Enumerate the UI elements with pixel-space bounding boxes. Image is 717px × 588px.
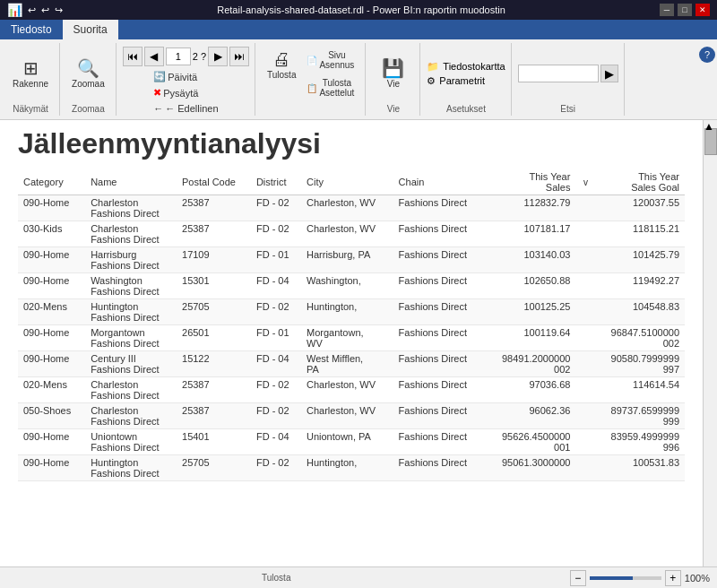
stop-button[interactable]: ✖ Pysäytä	[150, 85, 202, 100]
cell-district: FD - 02	[251, 377, 301, 403]
cell-vLabel	[575, 195, 593, 221]
search-go-button[interactable]: ▶	[600, 65, 618, 82]
page-setup-button[interactable]: 📄 SivuAsennus	[301, 47, 359, 74]
quick-access-undo[interactable]: ↩	[28, 4, 36, 16]
report-title: Jälleenmyyntianalyysi	[18, 127, 685, 160]
table-row: 020-MensHuntington Fashions Direct25705F…	[18, 299, 685, 325]
cell-postalCode: 25705	[177, 455, 251, 481]
menu-tiedosto[interactable]: Tiedosto	[0, 20, 63, 39]
cell-thisYearSales: 95626.4500000 001	[484, 429, 575, 455]
cell-postalCode: 25705	[177, 299, 251, 325]
ribbon-group-settings: 📁 Tiedostokartta ⚙ Parametrit Asetukset	[421, 43, 511, 116]
cell-chain: Fashions Direct	[393, 247, 485, 273]
rakenne-label: Rakenne	[13, 79, 48, 89]
next-page-button[interactable]: ▶	[208, 47, 228, 66]
cell-name: Morgantown Fashions Direct	[85, 325, 177, 351]
status-bar: − + 100%	[0, 566, 717, 588]
cell-name: Charleston Fashions Direct	[85, 403, 177, 429]
cell-chain: Fashions Direct	[393, 299, 485, 325]
cell-thisYearGoal: 96847.5100000 002	[593, 325, 685, 351]
cell-vLabel	[575, 429, 593, 455]
ribbon-group-nav: ⏮ ◀ 2 ? ▶ ⏭ 🔄 Päivitä ✖ Pysäytä ← ← Edel…	[117, 43, 255, 116]
prev-page-button[interactable]: ◀	[144, 47, 164, 66]
parametrit-icon: ⚙	[427, 75, 436, 87]
cell-thisYearGoal: 119492.27	[593, 273, 685, 299]
parametrit-button[interactable]: ⚙ Parametrit	[427, 75, 505, 87]
first-page-button[interactable]: ⏮	[123, 47, 143, 66]
back-label: ← Edellinen	[165, 103, 218, 114]
cell-thisYearGoal: 104548.83	[593, 299, 685, 325]
cell-thisYearSales: 100119.64	[484, 325, 575, 351]
cell-category: 090-Home	[18, 325, 85, 351]
table-row: 090-HomeCharleston Fashions Direct25387F…	[18, 195, 685, 221]
cell-category: 020-Mens	[18, 299, 85, 325]
table-row: 090-HomeUniontown Fashions Direct15401FD…	[18, 429, 685, 455]
cell-chain: Fashions Direct	[393, 273, 485, 299]
minimize-button[interactable]: ─	[660, 4, 674, 16]
cell-name: Huntington Fashions Direct	[85, 455, 177, 481]
zoom-out-button[interactable]: −	[570, 570, 586, 586]
search-input[interactable]	[518, 65, 599, 82]
help-area: ?	[699, 43, 715, 116]
last-page-button[interactable]: ⏭	[229, 47, 249, 66]
print-layout-label: TulostaAsettelut	[319, 78, 354, 98]
rakenne-button[interactable]: ⊞ Rakenne	[7, 56, 54, 92]
page-input[interactable]	[166, 48, 191, 65]
page-total: 2 ?	[193, 51, 206, 62]
cell-district: FD - 02	[251, 403, 301, 429]
export-icon: 💾	[382, 59, 404, 77]
cell-chain: Fashions Direct	[393, 429, 485, 455]
cell-district: FD - 02	[251, 299, 301, 325]
cell-category: 090-Home	[18, 247, 85, 273]
export-button[interactable]: 💾 Vie	[376, 56, 410, 92]
col-header-chain: Chain	[393, 169, 485, 195]
cell-chain: Fashions Direct	[393, 351, 485, 377]
cell-postalCode: 25387	[177, 377, 251, 403]
print-layout-button[interactable]: 📋 TulostaAsettelut	[301, 74, 359, 101]
cell-category: 020-Mens	[18, 377, 85, 403]
ribbon: ⊞ Rakenne Näkymät 🔍 Zoomaa Zoomaa ⏮ ◀ 2 …	[0, 39, 717, 120]
cell-thisYearSales: 100125.25	[484, 299, 575, 325]
cell-district: FD - 02	[251, 455, 301, 481]
zoom-in-button[interactable]: +	[665, 570, 681, 586]
ribbon-group-views: ⊞ Rakenne Näkymät	[2, 43, 60, 116]
back-icon: ←	[153, 103, 163, 114]
col-header-sales: This YearSales	[484, 169, 575, 195]
tiedostokartta-button[interactable]: 📁 Tiedostokartta	[427, 61, 505, 73]
help-button[interactable]: ?	[699, 47, 715, 63]
back-button[interactable]: ← ← Edellinen	[150, 101, 221, 116]
cell-thisYearSales: 103140.03	[484, 247, 575, 273]
close-button[interactable]: ✕	[695, 4, 710, 16]
restore-button[interactable]: □	[678, 4, 692, 16]
cell-thisYearGoal: 100531.83	[593, 455, 685, 481]
rakenne-icon: ⊞	[23, 59, 39, 77]
update-button[interactable]: 🔄 Päivitä	[150, 69, 201, 84]
menu-suorita[interactable]: Suorita	[63, 20, 118, 39]
cell-category: 050-Shoes	[18, 403, 85, 429]
table-row: 020-MensCharleston Fashions Direct25387F…	[18, 377, 685, 403]
cell-category: 030-Kids	[18, 221, 85, 247]
export-group-label: Vie	[387, 102, 400, 114]
cell-chain: Fashions Direct	[393, 221, 485, 247]
quick-access-redo[interactable]: ↪	[55, 4, 63, 16]
scrollbar-up-arrow[interactable]: ▲	[704, 120, 717, 127]
cell-district: FD - 01	[251, 325, 301, 351]
cell-thisYearGoal: 89737.6599999 999	[593, 403, 685, 429]
cell-name: Harrisburg Fashions Direct	[85, 247, 177, 273]
cell-name: Charleston Fashions Direct	[85, 221, 177, 247]
scrollbar-right[interactable]: ▲	[703, 120, 717, 566]
zoom-slider[interactable]	[590, 576, 661, 580]
report-area: ▲ Jälleenmyyntianalyysi Category Name Po…	[0, 120, 717, 566]
zoom-button[interactable]: 🔍 Zoomaa	[66, 56, 110, 92]
quick-access-undo2[interactable]: ↩	[41, 4, 49, 16]
search-go-icon: ▶	[605, 67, 614, 81]
col-header-city: City	[301, 169, 393, 195]
cell-city: Charleston, WV	[301, 195, 393, 221]
cell-thisYearSales: 95061.3000000	[484, 455, 575, 481]
col-header-name: Name	[85, 169, 177, 195]
cell-district: FD - 04	[251, 351, 301, 377]
print-group-label: Tulosta	[262, 571, 290, 583]
search-group-label: Etsi	[560, 102, 575, 114]
print-button[interactable]: 🖨 Tulosta	[262, 47, 301, 83]
cell-thisYearSales: 102650.88	[484, 273, 575, 299]
